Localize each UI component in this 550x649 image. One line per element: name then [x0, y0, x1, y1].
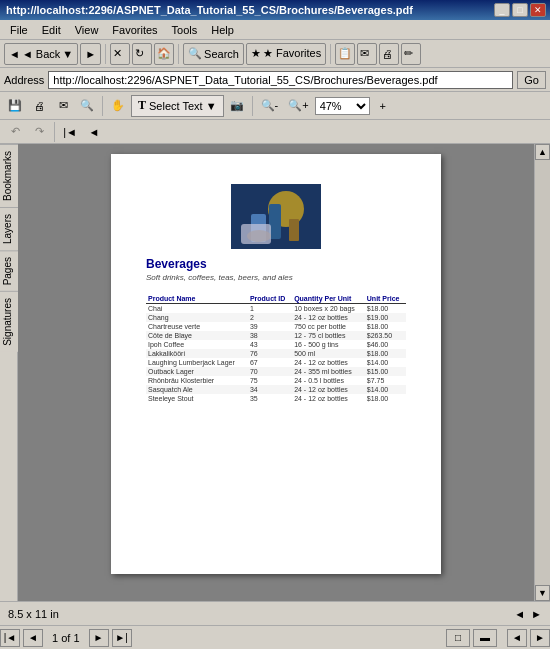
scroll-h-left-btn[interactable]: ◄: [507, 629, 527, 647]
menu-file[interactable]: File: [4, 22, 34, 38]
zoom-select[interactable]: 47% 25%33%50%75%100%125%150%200%: [315, 97, 370, 115]
table-row: Laughing Lumberjack Lager6724 - 12 oz bo…: [146, 358, 406, 367]
pdf-print-btn[interactable]: 🖨: [28, 95, 50, 117]
table-row: Rhönbräu Klosterbier7524 - 0.5 l bottles…: [146, 376, 406, 385]
pdf-hand-btn[interactable]: ✋: [107, 95, 129, 117]
minimize-button[interactable]: _: [494, 3, 510, 17]
window-title: http://localhost:2296/ASPNET_Data_Tutori…: [4, 4, 494, 16]
layers-tab[interactable]: Layers: [0, 207, 18, 250]
pdf-snapshot-btn[interactable]: 📷: [226, 95, 248, 117]
table-cell: 2: [248, 313, 292, 322]
pdf-redo-btn[interactable]: ↷: [28, 121, 50, 143]
scroll-h-right-btn[interactable]: ►: [530, 629, 550, 647]
scroll-right-btn[interactable]: ►: [531, 608, 542, 620]
svg-rect-3: [269, 204, 281, 239]
pdf-zoom-plus-btn[interactable]: +: [372, 95, 394, 117]
last-page-button[interactable]: ►|: [112, 629, 132, 647]
edit-button[interactable]: ✏: [401, 43, 421, 65]
pdf-zoom-out-btn[interactable]: 🔍-: [257, 95, 283, 117]
pdf-prev-page-btn[interactable]: ◄: [83, 121, 105, 143]
scroll-track[interactable]: [535, 160, 550, 585]
table-row: Outback Lager7024 - 355 ml bottles$15.00: [146, 367, 406, 376]
history-button[interactable]: 📋: [335, 43, 355, 65]
scroll-left-btn[interactable]: ◄: [514, 608, 525, 620]
table-cell: Lakkalikööri: [146, 349, 248, 358]
scroll-down-btn[interactable]: ▼: [535, 585, 550, 601]
pdf-email-btn[interactable]: ✉: [52, 95, 74, 117]
scroll-up-btn[interactable]: ▲: [535, 144, 550, 160]
table-cell: 38: [248, 331, 292, 340]
favorites-button[interactable]: ★ ★ Favorites: [246, 43, 326, 65]
forward-button[interactable]: ►: [80, 43, 101, 65]
select-dropdown-icon: ▼: [206, 100, 217, 112]
window-controls: _ □ ✕: [494, 3, 546, 17]
table-cell: 39: [248, 322, 292, 331]
table-cell: 16 - 500 g tins: [292, 340, 365, 349]
table-cell: Ipoh Coffee: [146, 340, 248, 349]
main-area: Bookmarks Layers Pages Signatures Bevera…: [0, 144, 550, 601]
table-cell: 70: [248, 367, 292, 376]
menu-favorites[interactable]: Favorites: [106, 22, 163, 38]
forward-icon: ►: [85, 48, 96, 60]
pages-tab[interactable]: Pages: [0, 250, 18, 291]
menu-tools[interactable]: Tools: [166, 22, 204, 38]
back-icon: ◄: [9, 48, 20, 60]
table-cell: 24 - 0.5 l bottles: [292, 376, 365, 385]
refresh-button[interactable]: ↻: [132, 43, 152, 65]
select-text-label: Select Text: [149, 100, 203, 112]
pdf-title: Beverages: [146, 257, 406, 271]
close-button[interactable]: ✕: [530, 3, 546, 17]
table-cell: $19.00: [365, 313, 406, 322]
pdf-first-page-btn[interactable]: |◄: [59, 121, 81, 143]
prev-page-button[interactable]: ◄: [23, 629, 43, 647]
stop-button[interactable]: ✕: [110, 43, 130, 65]
table-cell: $18.00: [365, 304, 406, 314]
table-cell: Outback Lager: [146, 367, 248, 376]
pdf-undo-btn[interactable]: ↶: [4, 121, 26, 143]
right-scrollbar[interactable]: ▲ ▼: [534, 144, 550, 601]
pdf-zoom-in-btn[interactable]: 🔍+: [284, 95, 312, 117]
menu-edit[interactable]: Edit: [36, 22, 67, 38]
go-button[interactable]: Go: [517, 71, 546, 89]
page-size-label: 8.5 x 11 in: [8, 608, 59, 620]
search-button[interactable]: 🔍 Search: [183, 43, 244, 65]
select-text-tool[interactable]: T Select Text ▼: [131, 95, 224, 117]
table-row: Ipoh Coffee4316 - 500 g tins$46.00: [146, 340, 406, 349]
table-cell: 10 boxes x 20 bags: [292, 304, 365, 314]
menu-help[interactable]: Help: [205, 22, 240, 38]
fit-width-btn[interactable]: ▬: [473, 629, 497, 647]
next-page-button[interactable]: ►: [89, 629, 109, 647]
col-product-name: Product Name: [146, 294, 248, 304]
pdf-viewing-area[interactable]: Beverages Soft drinks, coffees, teas, be…: [18, 144, 534, 601]
signatures-tab[interactable]: Signatures: [0, 291, 18, 352]
address-input[interactable]: [48, 71, 513, 89]
title-bar: http://localhost:2296/ASPNET_Data_Tutori…: [0, 0, 550, 20]
pdf-search-btn[interactable]: 🔍: [76, 95, 98, 117]
fit-page-btn[interactable]: □: [446, 629, 470, 647]
pdf-save-btn[interactable]: 💾: [4, 95, 26, 117]
nav-separator-2: [178, 44, 179, 64]
mail-button[interactable]: ✉: [357, 43, 377, 65]
svg-point-4: [247, 230, 271, 242]
menu-view[interactable]: View: [69, 22, 105, 38]
table-cell: 24 - 355 ml bottles: [292, 367, 365, 376]
pdf-subtitle: Soft drinks, coffees, teas, beers, and a…: [146, 273, 406, 282]
back-button[interactable]: ◄ ◄ Back ▼: [4, 43, 78, 65]
table-cell: 1: [248, 304, 292, 314]
first-page-button[interactable]: |◄: [0, 629, 20, 647]
pdf-sep-3: [54, 122, 55, 142]
maximize-button[interactable]: □: [512, 3, 528, 17]
table-cell: 24 - 12 oz bottles: [292, 394, 365, 403]
col-price: Unit Price: [365, 294, 406, 304]
table-row: Côte de Blaye3812 - 75 cl bottles$263.50: [146, 331, 406, 340]
bookmarks-tab[interactable]: Bookmarks: [0, 144, 18, 207]
table-cell: 24 - 12 oz bottles: [292, 313, 365, 322]
table-row: Chang224 - 12 oz bottles$19.00: [146, 313, 406, 322]
table-row: Steeleye Stout3524 - 12 oz bottles$18.00: [146, 394, 406, 403]
back-label: ◄ Back: [22, 48, 60, 60]
home-button[interactable]: 🏠: [154, 43, 174, 65]
table-cell: 76: [248, 349, 292, 358]
address-bar: Address Go: [0, 68, 550, 92]
print-button[interactable]: 🖨: [379, 43, 399, 65]
pdf-status-bar: 8.5 x 11 in ◄ ►: [0, 601, 550, 625]
